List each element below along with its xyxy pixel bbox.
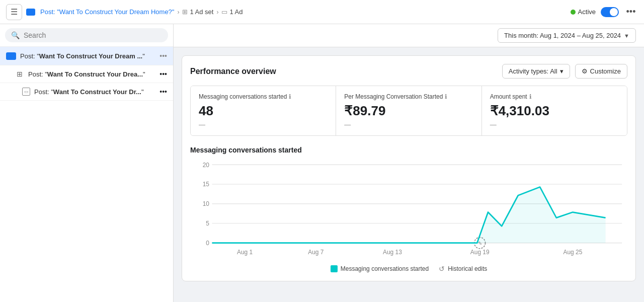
svg-text:Aug 1: Aug 1 (237, 249, 253, 256)
breadcrumb-adset-label: 1 Ad set (190, 8, 213, 16)
activity-chevron-icon: ▾ (560, 67, 564, 75)
sidebar-adset-label: Post: "Want To Construct Your Drea..." (28, 70, 155, 78)
metric-sub-2: — (490, 121, 619, 128)
breadcrumb-ad-label: 1 Ad (229, 8, 243, 16)
active-dot-icon (571, 10, 576, 15)
breadcrumb-adset[interactable]: ⊞ 1 Ad set (182, 8, 213, 16)
svg-text:Aug 25: Aug 25 (563, 249, 582, 256)
metric-label-0: Messaging conversations started ℹ (199, 93, 328, 100)
svg-text:5: 5 (206, 220, 209, 227)
sidebar-item-adset[interactable]: ⊞ Post: "Want To Construct Your Drea..."… (0, 65, 173, 83)
performance-title: Performance overview (190, 67, 276, 76)
metric-sub-1: — (344, 121, 473, 128)
adset-icon: ⊞ (182, 8, 188, 16)
svg-text:Aug 13: Aug 13 (383, 249, 402, 256)
chart-svg: 20 15 10 5 0 Aug 1 Aug 7 Aug 13 Aug 19 A… (190, 159, 627, 260)
top-bar: ☰ Post: "Want To Construct Your Dream Ho… (0, 0, 644, 24)
top-bar-right: Active ••• (571, 5, 638, 19)
metric-info-icon-2[interactable]: ℹ (529, 93, 532, 100)
breadcrumb-ad[interactable]: ▭ 1 Ad (221, 8, 243, 16)
metric-info-icon-1[interactable]: ℹ (445, 93, 447, 100)
sidebar: 🔍 Post: "Want To Construct Your Dream ..… (0, 24, 174, 302)
svg-text:Aug 7: Aug 7 (308, 249, 324, 256)
more-options-button[interactable]: ••• (624, 5, 638, 19)
metric-value-2: ₹4,310.03 (490, 103, 619, 119)
ad-icon: ▭ (221, 8, 227, 16)
adset-item-icon: ⊞ (15, 70, 24, 78)
search-input-wrapper[interactable]: 🔍 (5, 28, 168, 42)
sidebar-item-ad[interactable]: ▭ Post: "Want To Construct Your Dr..." •… (0, 83, 173, 101)
activity-types-button[interactable]: Activity types: All ▾ (502, 64, 570, 79)
performance-header: Performance overview Activity types: All… (190, 64, 627, 79)
date-range-label: This month: Aug 1, 2024 – Aug 25, 2024 (504, 32, 621, 39)
svg-text:15: 15 (203, 181, 210, 188)
metric-label-1: Per Messaging Conversation Started ℹ (344, 93, 473, 100)
sidebar-item-more-2[interactable]: ••• (159, 70, 167, 78)
customize-label: Customize (590, 67, 621, 75)
chart-legend: Messaging conversations started ↺ Histor… (190, 265, 627, 273)
svg-text:20: 20 (203, 161, 210, 168)
chart-area: 20 15 10 5 0 Aug 1 Aug 7 Aug 13 Aug 19 A… (190, 159, 627, 260)
metric-info-icon-0[interactable]: ℹ (289, 93, 291, 100)
campaign-icon (26, 9, 35, 16)
main-layout: 🔍 Post: "Want To Construct Your Dream ..… (0, 24, 644, 302)
metric-label-2: Amount spent ℹ (490, 93, 619, 100)
metric-card-0: Messaging conversations started ℹ 48 — (191, 86, 336, 135)
legend-color-0 (331, 265, 338, 272)
active-label: Active (578, 8, 596, 16)
metric-card-1: Per Messaging Conversation Started ℹ ₹89… (336, 86, 481, 135)
svg-text:0: 0 (206, 240, 209, 247)
ad-item-icon: ▭ (22, 88, 30, 96)
sidebar-ad-label: Post: "Want To Construct Your Dr..." (34, 88, 155, 96)
legend-icon-1: ↺ (439, 265, 445, 273)
metric-card-2: Amount spent ℹ ₹4,310.03 — (482, 86, 627, 135)
sidebar-item-campaign[interactable]: Post: "Want To Construct Your Dream ..."… (0, 47, 173, 65)
date-picker-button[interactable]: This month: Aug 1, 2024 – Aug 25, 2024 ▼ (498, 28, 636, 43)
active-indicator: Active (571, 8, 596, 16)
search-input[interactable] (24, 31, 162, 39)
breadcrumb-chevron-1: › (177, 9, 179, 16)
sidebar-item-more-1[interactable]: ••• (159, 52, 167, 60)
customize-icon: ⚙ (582, 67, 588, 75)
metric-cards: Messaging conversations started ℹ 48 — P… (190, 86, 627, 136)
breadcrumb-chevron-2: › (216, 9, 218, 16)
sidebar-toggle-button[interactable]: ☰ (6, 4, 22, 20)
activity-types-label: Activity types: All (509, 67, 557, 75)
breadcrumb-campaign-label: Post: "Want To Construct Your Dream Home… (40, 8, 174, 16)
chart-title: Messaging conversations started (190, 146, 627, 154)
search-icon: 🔍 (11, 31, 20, 39)
date-bar: This month: Aug 1, 2024 – Aug 25, 2024 ▼ (174, 24, 644, 47)
sidebar-item-more-3[interactable]: ••• (159, 88, 167, 96)
customize-button[interactable]: ⚙ Customize (575, 64, 627, 79)
sidebar-search-area: 🔍 (0, 24, 173, 47)
campaign-item-icon (6, 52, 16, 60)
legend-label-0: Messaging conversations started (341, 265, 429, 272)
legend-item-1: ↺ Historical edits (439, 265, 487, 273)
legend-label-1: Historical edits (448, 265, 487, 272)
svg-marker-17 (212, 187, 605, 243)
breadcrumb-campaign[interactable]: Post: "Want To Construct Your Dream Home… (26, 8, 174, 16)
svg-text:Aug 19: Aug 19 (470, 249, 490, 256)
sidebar-campaign-label: Post: "Want To Construct Your Dream ..." (20, 52, 155, 60)
legend-item-0: Messaging conversations started (331, 265, 429, 273)
campaign-toggle-switch[interactable] (601, 7, 619, 17)
content-area: This month: Aug 1, 2024 – Aug 25, 2024 ▼… (174, 24, 644, 302)
metric-value-1: ₹89.79 (344, 103, 473, 119)
svg-text:10: 10 (203, 200, 210, 207)
date-chevron-icon: ▼ (624, 33, 629, 39)
performance-actions: Activity types: All ▾ ⚙ Customize (502, 64, 627, 79)
metric-value-0: 48 (199, 103, 328, 119)
performance-section: Performance overview Activity types: All… (182, 55, 636, 281)
breadcrumb: Post: "Want To Construct Your Dream Home… (26, 8, 567, 16)
metric-sub-0: — (199, 121, 328, 128)
